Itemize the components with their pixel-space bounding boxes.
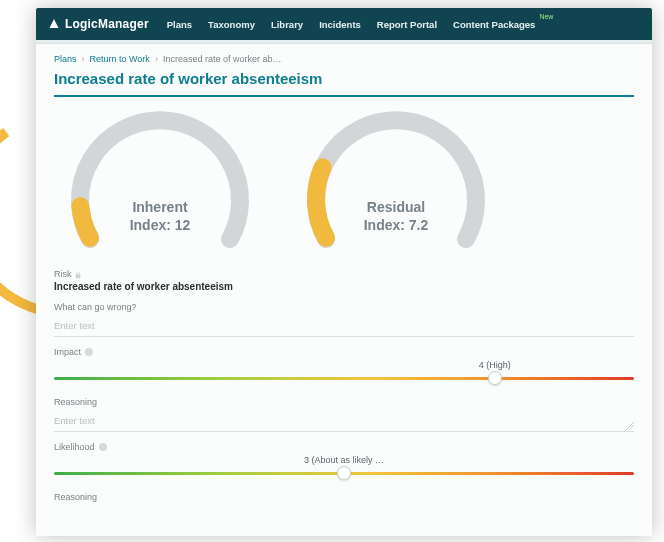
brand-name: LogicManager (65, 17, 149, 31)
gauge-residual-label: Residual Index: 7.2 (296, 199, 496, 234)
impact-track (54, 377, 634, 380)
likelihood-value-label: 3 (About as likely … (304, 455, 384, 465)
app-window: LogicManager Plans Taxonomy Library Inci… (36, 8, 652, 536)
reasoning1-label: Reasoning (54, 397, 634, 407)
field-what-wrong: What can go wrong? (54, 302, 634, 337)
likelihood-thumb[interactable] (337, 466, 351, 480)
gauge-inherent-label: Inherent Index: 12 (60, 199, 260, 234)
field-reasoning-1: Reasoning (54, 397, 634, 432)
likelihood-label: Likelihood (54, 442, 634, 452)
likelihood-slider[interactable]: 3 (About as likely … (54, 458, 634, 482)
gauge-residual-svg (296, 109, 496, 259)
top-nav: LogicManager Plans Taxonomy Library Inci… (36, 8, 652, 40)
risk-name: Increased rate of worker absenteeism (54, 281, 634, 292)
content-area: Plans › Return to Work › Increased rate … (36, 44, 652, 536)
new-badge: New (539, 13, 553, 20)
field-reasoning-2: Reasoning (54, 492, 634, 502)
nav-report-portal[interactable]: Report Portal (377, 19, 437, 30)
gauge-inherent-svg (60, 109, 260, 259)
crumb-sep: › (155, 54, 158, 64)
what-wrong-input[interactable] (54, 317, 634, 337)
gauge-inherent: Inherent Index: 12 (60, 109, 260, 259)
logo-icon (48, 18, 60, 30)
crumb-plans[interactable]: Plans (54, 54, 77, 64)
info-icon[interactable] (99, 443, 107, 451)
nav-incidents[interactable]: Incidents (319, 19, 361, 30)
field-likelihood: Likelihood 3 (About as likely … (54, 442, 634, 482)
gauge-inherent-value: 12 (175, 217, 191, 233)
crumb-current: Increased rate of worker ab… (163, 54, 282, 64)
brand-logo[interactable]: LogicManager (48, 17, 149, 31)
nav-content-packages-label: Content Packages (453, 19, 535, 30)
gauge-residual-index-label: Index: (364, 217, 405, 233)
resize-handle-icon[interactable] (626, 422, 634, 430)
what-wrong-label: What can go wrong? (54, 302, 634, 312)
impact-label-text: Impact (54, 347, 81, 357)
reasoning2-label: Reasoning (54, 492, 634, 502)
gauge-residual: Residual Index: 7.2 (296, 109, 496, 259)
gauge-inherent-title: Inherent (132, 199, 187, 215)
impact-slider[interactable]: 4 (High) (54, 363, 634, 387)
crumb-return-to-work[interactable]: Return to Work (90, 54, 150, 64)
info-icon[interactable] (85, 348, 93, 356)
reasoning1-input[interactable] (54, 412, 634, 432)
impact-label: Impact (54, 347, 634, 357)
risk-section-label: Risk (54, 269, 634, 279)
nav-content-packages[interactable]: Content Packages New (453, 19, 535, 30)
gauge-inherent-index-label: Index: (130, 217, 171, 233)
impact-value-label: 4 (High) (479, 360, 511, 370)
crumb-sep: › (82, 54, 85, 64)
gauge-residual-value: 7.2 (409, 217, 428, 233)
nav-items: Plans Taxonomy Library Incidents Report … (167, 19, 536, 30)
nav-taxonomy[interactable]: Taxonomy (208, 19, 255, 30)
lock-icon (74, 271, 82, 279)
nav-plans[interactable]: Plans (167, 19, 192, 30)
breadcrumb: Plans › Return to Work › Increased rate … (54, 54, 634, 64)
risk-label-text: Risk (54, 269, 72, 279)
nav-library[interactable]: Library (271, 19, 303, 30)
gauge-residual-title: Residual (367, 199, 425, 215)
gauges-row: Inherent Index: 12 Residual Index: 7. (54, 109, 634, 259)
likelihood-label-text: Likelihood (54, 442, 95, 452)
impact-thumb[interactable] (488, 371, 502, 385)
page-title: Increased rate of worker absenteeism (54, 70, 634, 97)
field-impact: Impact 4 (High) (54, 347, 634, 387)
